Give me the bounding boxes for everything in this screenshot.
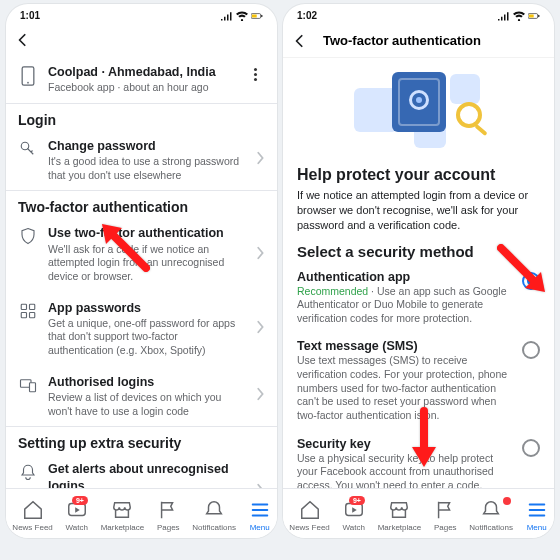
market-icon: [111, 499, 133, 521]
svg-rect-16: [529, 14, 534, 17]
menu-icon: [249, 499, 271, 521]
status-time: 1:02: [297, 10, 317, 21]
chevron-left-icon: [293, 34, 307, 48]
svg-rect-17: [538, 14, 539, 16]
bell-icon: [480, 499, 502, 521]
recommended-label: Recommended: [297, 285, 368, 297]
tab-notifications[interactable]: Notifications: [192, 499, 236, 532]
row-title: Authorised logins: [48, 374, 245, 390]
row-title: App passwords: [48, 300, 245, 316]
device-row-sub: Facebook app · about an hour ago: [48, 81, 235, 95]
menu-icon: [526, 499, 548, 521]
row-sub: Get a unique, one-off password for apps …: [48, 317, 245, 358]
back-button[interactable]: [16, 33, 30, 47]
section-login: Login: [6, 104, 277, 130]
signal-icon: [221, 11, 233, 21]
svg-rect-1: [252, 14, 257, 17]
home-icon: [299, 499, 321, 521]
magnifier-icon: [456, 102, 482, 128]
badge: 9+: [72, 496, 88, 505]
tfa-content: Help protect your account If we notice a…: [283, 58, 554, 488]
battery-icon: [528, 11, 540, 21]
help-protect-heading: Help protect your account: [283, 158, 554, 188]
radio-authentication-app[interactable]: [522, 272, 540, 290]
device-row[interactable]: Coolpad · Ahmedabad, India Facebook app …: [6, 56, 277, 103]
row-title: Use two-factor authentication: [48, 225, 245, 241]
row-app-passwords[interactable]: App passwords Get a unique, one-off pass…: [6, 292, 277, 366]
tab-pages[interactable]: Pages: [434, 499, 457, 532]
method-title: Security key: [297, 437, 512, 451]
radio-sms[interactable]: [522, 341, 540, 359]
status-bar: 1:02: [283, 4, 554, 24]
tab-notifications[interactable]: Notifications: [469, 499, 513, 532]
chevron-left-icon: [16, 33, 30, 47]
signal-icon: [498, 11, 510, 21]
row-sub: It's a good idea to use a strong passwor…: [48, 155, 245, 182]
status-time: 1:01: [20, 10, 40, 21]
select-method-heading: Select a security method: [283, 241, 554, 264]
flag-icon: [434, 499, 456, 521]
hero-illustration: [283, 58, 554, 158]
tab-menu[interactable]: Menu: [526, 499, 548, 532]
section-two-factor: Two-factor authentication: [6, 191, 277, 217]
tab-marketplace[interactable]: Marketplace: [101, 499, 145, 532]
wifi-icon: [236, 11, 248, 21]
method-sms[interactable]: Text message (SMS) Use text messages (SM…: [283, 333, 554, 430]
radio-security-key[interactable]: [522, 439, 540, 457]
row-change-password[interactable]: Change password It's a good idea to use …: [6, 130, 277, 191]
chevron-right-icon: [255, 387, 265, 401]
key-icon: [19, 140, 37, 158]
method-title: Text message (SMS): [297, 339, 512, 353]
help-protect-body: If we notice an attempted login from a d…: [283, 188, 554, 241]
method-title: Authentication app: [297, 270, 512, 284]
wifi-icon: [513, 11, 525, 21]
safe-icon: [392, 72, 446, 132]
tab-menu[interactable]: Menu: [249, 499, 271, 532]
more-button[interactable]: [245, 64, 265, 84]
nav-bar: Two-factor authentication: [283, 24, 554, 58]
row-sub: We'll ask for a code if we notice an att…: [48, 243, 245, 284]
method-security-key[interactable]: Security key Use a physical security key…: [283, 431, 554, 488]
row-login-alerts[interactable]: Get alerts about unrecognised logins We'…: [6, 453, 277, 488]
nav-title: Two-factor authentication: [323, 33, 481, 48]
svg-rect-2: [261, 14, 262, 16]
notification-dot: [503, 497, 511, 505]
row-sub: Review a list of devices on which you wo…: [48, 391, 245, 418]
svg-rect-7: [30, 304, 35, 309]
tab-news-feed[interactable]: News Feed: [289, 499, 329, 532]
row-authorised-logins[interactable]: Authorised logins Review a list of devic…: [6, 366, 277, 427]
tab-pages[interactable]: Pages: [157, 499, 180, 532]
tab-news-feed[interactable]: News Feed: [12, 499, 52, 532]
method-desc: Use text messages (SMS) to receive verif…: [297, 354, 512, 422]
row-title: Change password: [48, 138, 245, 154]
method-desc: Use a physical security key to help prot…: [297, 452, 512, 488]
phone-left-settings: 1:01 Coolpad · Ahmedabad, India Facebook…: [6, 4, 277, 538]
row-use-two-factor[interactable]: Use two-factor authentication We'll ask …: [6, 217, 277, 291]
phone-device-icon: [21, 66, 35, 86]
bell-icon: [203, 499, 225, 521]
tab-marketplace[interactable]: Marketplace: [378, 499, 422, 532]
bell-icon: [19, 463, 37, 481]
nav-bar: [6, 24, 277, 56]
method-authentication-app[interactable]: Authentication app Recommended · Use an …: [283, 264, 554, 334]
svg-rect-9: [30, 312, 35, 317]
back-button[interactable]: [293, 34, 307, 48]
flag-icon: [157, 499, 179, 521]
device-row-title: Coolpad · Ahmedabad, India: [48, 64, 235, 80]
status-bar: 1:01: [6, 4, 277, 24]
apps-icon: [19, 302, 37, 320]
devices-icon: [19, 376, 37, 394]
status-icons: [498, 11, 540, 21]
svg-rect-11: [30, 383, 36, 392]
chevron-right-icon: [255, 151, 265, 165]
home-icon: [22, 499, 44, 521]
badge: 9+: [349, 496, 365, 505]
row-title: Get alerts about unrecognised logins: [48, 461, 245, 488]
battery-icon: [251, 11, 263, 21]
tab-watch[interactable]: 9+Watch: [343, 499, 365, 532]
tab-watch[interactable]: 9+Watch: [66, 499, 88, 532]
shield-icon: [19, 227, 37, 245]
svg-rect-6: [21, 304, 26, 309]
svg-point-4: [27, 82, 29, 84]
tab-bar: News Feed 9+Watch Marketplace Pages Noti…: [283, 488, 554, 538]
